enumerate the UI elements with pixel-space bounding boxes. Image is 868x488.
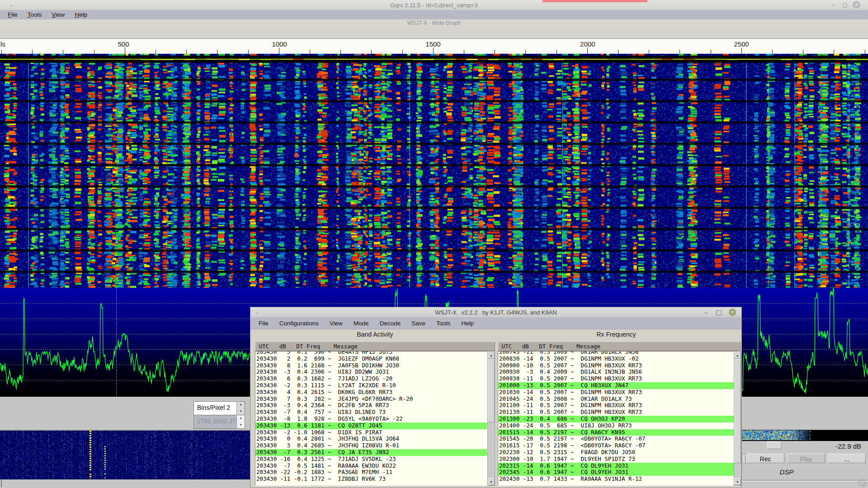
freq-label-2000: 2000 [580, 40, 595, 48]
mode-span-arrows[interactable]: ▲▼ [236, 415, 245, 428]
audio-waterfall [742, 430, 867, 440]
spin-up-icon[interactable]: ▲ [237, 415, 245, 422]
scale-tick [649, 50, 649, 54]
decode-row[interactable]: 200930 -11 0.5 2007 ~ DG1NPM HB3XUX RR73 [498, 375, 734, 382]
menu-item-view[interactable]: View [47, 11, 69, 19]
scroll-down-icon[interactable]: ▼ [488, 478, 495, 485]
wide-graph-title: WSJT-X - Wide Graph [0, 20, 868, 26]
decode-row[interactable]: 200930 -3 0.4 2009 ~ DO1ALX IN3NJB JN56 [498, 369, 734, 375]
decode-row[interactable]: 201100 -11 0.5 2007 ~ DG1NPM HB3XUX RR73 [498, 402, 734, 409]
decode-row[interactable]: 203430 0 0.4 2801 ~ JH3FHQ DL1SVA JO64 [255, 436, 487, 442]
decode-row[interactable]: 201030 -14 0.5 2007 ~ DG1NPM HB3XUX RR73 [498, 389, 734, 396]
decode-row[interactable]: 203430 -2 0.3 1115 ~ LY2AT IK2XDE R-10 [255, 382, 487, 389]
scale-tick [1, 50, 2, 54]
decode-row[interactable]: 203430 -16 0.4 1225 ~ 7J1ADJ SV5DKL -23 [255, 456, 487, 463]
rx-frequency-list[interactable]: 200745 -21 0.5 2009 ~ OK1AR DO1ALX JN582… [498, 351, 735, 486]
scale-tick [772, 50, 773, 54]
decode-row[interactable]: 203430 8 1.6 2188 ~ JA0FSB DO1KHW JO30 [255, 362, 487, 369]
scale-tick [834, 50, 834, 54]
decode-row[interactable]: 203430 2 0.2 699 ~ JG1EZF OM0AGP KN08 [255, 356, 487, 362]
band-activity-scrollbar[interactable]: ▲ ▼ [487, 351, 495, 486]
gqrx-close-icon[interactable]: ✕ [853, 1, 860, 9]
gqrx-maximize-icon[interactable]: ▢ [841, 1, 849, 9]
bins-per-pixel-arrows[interactable]: ▲▼ [236, 402, 245, 415]
decode-row[interactable]: 203430 -3 0.4 2306 ~ UI8J DD2WW JO31 [255, 369, 487, 375]
decode-row[interactable]: 201000 -13 0.5 2007 ~ CQ HB3XUX JN47 [498, 382, 734, 389]
audio-waterfall-frame [742, 430, 868, 441]
decode-row[interactable]: 201545 -20 0.5 2197 ~ <DB0YOTA> RA6CY -0… [498, 436, 734, 442]
decode-row[interactable]: 203430 -7 0.3 2561 ~ CQ JA E73S JN92 [255, 449, 487, 456]
wsjtx-restore-icon[interactable] [716, 310, 722, 315]
wsjtx-titlebar[interactable]: ⌄ WSJT-X v2.2.2 by K1JT, G4WJS, and K9AN… [250, 307, 741, 318]
clipped-button[interactable] [742, 454, 745, 464]
scale-tick [125, 47, 125, 54]
audio-gain-slider[interactable] [767, 441, 782, 449]
gqrx-minimize-icon[interactable]: – [829, 1, 837, 9]
waterfall-display[interactable] [0, 54, 868, 288]
menu-item-tools[interactable]: Tools [432, 318, 455, 328]
decode-row[interactable]: 203430 -7 0.4 757 ~ UI8J DL1NEO 73 [255, 409, 487, 416]
scroll-up-icon[interactable]: ▲ [734, 352, 741, 359]
decode-row[interactable]: 203430 -22 -0.2 1883 ~ PA3GAE M7EMH -11 [255, 469, 487, 476]
decode-row[interactable]: 203430 -3 0.4 2364 ~ DC2FB 5P2A RR73 [255, 402, 487, 409]
decode-row[interactable]: 202230 -12 0.5 2315 ~ F8AGD DK7DU JO50 [498, 449, 734, 456]
scroll-down-icon[interactable]: ▼ [734, 478, 741, 485]
decode-row[interactable]: 203430 -13 0.6 1181 ~ CQ OZ8TT JO45 [255, 422, 487, 429]
spin-down-icon[interactable]: ▼ [237, 422, 245, 429]
decode-row[interactable]: 203430 -11 -0.1 1772 ~ IZ8DBJ RV6K 73 [255, 476, 487, 483]
wsjtx-minimize-icon[interactable]: – [703, 309, 710, 316]
gqrx-waterfall[interactable] [0, 431, 251, 479]
more-button[interactable]: ... [828, 454, 866, 463]
bins-per-pixel-spinner[interactable]: Bins/Pixel 2 ▲▼ [193, 401, 245, 415]
scroll-up-icon[interactable]: ▲ [488, 352, 495, 359]
decode-row[interactable]: 203430 -2 -1.0 1068 ~ D1DX IS PIRAT [255, 429, 487, 436]
menu-item-decode[interactable]: Decode [375, 318, 406, 328]
bins-per-pixel-value: Bins/Pixel 2 [194, 402, 236, 415]
freq-label-1500: 1500 [425, 40, 440, 48]
rx-frequency-scrollbar[interactable]: ▲ ▼ [734, 351, 741, 486]
decode-row[interactable]: 203430 4 0.4 2615 ~ DK0KG DL6KR RR73 [255, 389, 487, 396]
scrollbar-thumb[interactable] [488, 359, 495, 422]
menu-item-tools[interactable]: Tools [24, 11, 46, 19]
menu-item-view[interactable]: View [325, 318, 347, 328]
decode-row[interactable]: 201300 -23 0.4 686 ~ CQ OH3OJ KP20 [498, 416, 734, 422]
rec-button[interactable]: Rec [746, 454, 784, 463]
decode-row[interactable]: 201400 -24 0.5 685 ~ UI8J OH3OJ RR73 [498, 422, 734, 429]
menu-item-help[interactable]: Help [457, 318, 478, 328]
resize-grip[interactable] [858, 479, 867, 487]
play-button[interactable]: Play [787, 454, 825, 463]
decode-row[interactable]: 200900 -10 0.5 2007 ~ DG1NPM HB3XUX RR73 [498, 362, 734, 369]
decode-row[interactable]: 201045 -24 0.5 2008 ~ OK1AR DO1ALX 73 [498, 396, 734, 403]
spin-up-icon[interactable]: ▲ [237, 402, 245, 408]
wsjtx-window: ⌄ WSJT-X v2.2.2 by K1JT, G4WJS, and K9AN… [250, 307, 742, 488]
scale-left-text: ls [0, 40, 5, 48]
decode-row[interactable]: 203430 -8 1.8 928 ~ DG5YL <9A0YOTA> -22 [255, 416, 487, 422]
decode-row[interactable]: 202345 -14 0.6 1947 ~ CQ DL9YEH JO31 [498, 469, 734, 476]
decode-row[interactable]: 203430 6 0.3 1682 ~ 7J1ADJ LZ2OG -20 [255, 375, 487, 382]
menu-item-help[interactable]: Help [71, 11, 91, 19]
menu-item-file[interactable]: File [254, 318, 273, 328]
spin-down-icon[interactable]: ▼ [237, 408, 245, 415]
decode-row[interactable]: 201130 -11 0.5 2007 ~ DG1NPM HB3XUX RR73 [498, 409, 734, 416]
decode-row[interactable]: 201615 -17 0.5 2198 ~ <DB0YOTA> RA6CY -0… [498, 442, 734, 449]
decode-row[interactable]: 200830 -14 0.5 2007 ~ DG1NPM HB3XUX -02 [498, 356, 734, 362]
wide-graph-titlebar[interactable]: WSJT-X - Wide Graph [0, 19, 868, 27]
scrollbar-thumb[interactable] [734, 359, 741, 463]
frequency-scale[interactable]: ls 5001000150020002500 [0, 39, 868, 54]
decode-row[interactable]: 203430 7 0.3 282 ~ JE4JPQ <DF70DARC> R-2… [255, 396, 487, 403]
freq-label-1000: 1000 [272, 40, 287, 48]
decode-row[interactable]: 202315 -14 0.6 1947 ~ CQ DL9YEH JO31 [498, 463, 734, 469]
decode-row[interactable]: 202300 -10 1.7 1947 ~ DL9YEH SP1DTZ 73 [498, 456, 734, 463]
decode-row[interactable]: 203430 -7 0.5 1481 ~ RA9AAA EW3DU KO22 [255, 463, 487, 469]
decode-row[interactable]: 201515 -14 0.5 2197 ~ CQ RA6CY KN95 [498, 429, 734, 436]
menu-item-mode[interactable]: Mode [349, 318, 373, 328]
notification-strip [542, 0, 647, 2]
menu-item-save[interactable]: Save [407, 318, 430, 328]
menu-item-file[interactable]: File [4, 11, 22, 19]
decode-row[interactable]: 203430 3 0.4 2685 ~ JH3FHQ IZ0BVU R-01 [255, 442, 487, 449]
menu-item-configurations[interactable]: Configurations [275, 318, 323, 328]
gqrx-titlebar[interactable]: ⌄ Gqrx 2.11.5 - rtl=0,direct_samp=3 – ▢ … [0, 0, 868, 10]
decode-row[interactable]: 202430 -13 0.7 1433 ~ RA9AAA SV1NJA R-12 [498, 476, 734, 483]
band-activity-list[interactable]: 203430 5 0.1 590 ~ OE4ATS HF1J JO7320343… [255, 351, 487, 486]
wsjtx-close-icon[interactable]: ✕ [729, 309, 736, 316]
